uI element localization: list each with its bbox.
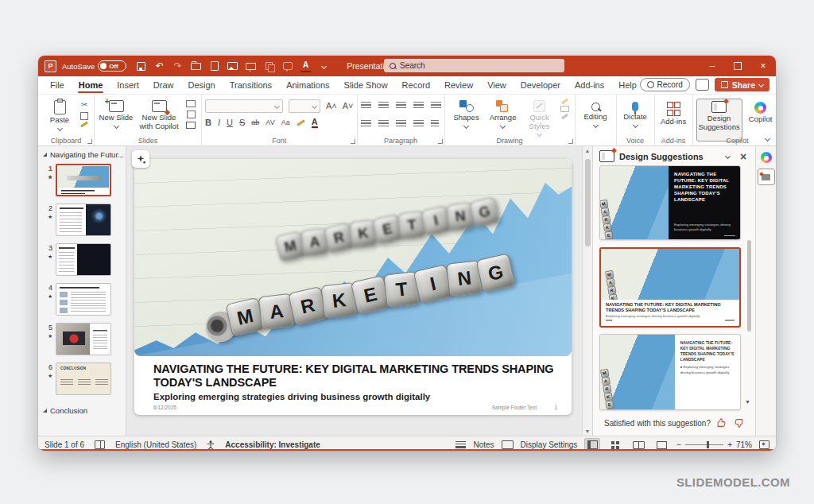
design-suggestion-3[interactable]: MARKETING NAVIGATING THE FUTURE: KEY DIG… (599, 334, 741, 410)
autosave-control[interactable]: AutoSave Off (62, 60, 126, 72)
close-button[interactable]: × (750, 56, 776, 76)
cut-icon[interactable]: ✂ (81, 100, 87, 109)
tab-insert[interactable]: Insert (110, 78, 146, 92)
font-name-select[interactable] (205, 99, 283, 113)
start-slideshow-icon[interactable] (246, 61, 256, 72)
language-status[interactable]: English (United States) (115, 440, 196, 449)
tab-animations[interactable]: Animations (279, 78, 336, 92)
zoom-in-icon[interactable]: + (727, 440, 732, 449)
slide-thumbnail-2[interactable] (56, 204, 111, 236)
font-size-select[interactable] (289, 99, 320, 113)
panel-scrollbar-thumb[interactable] (747, 240, 751, 331)
zoom-out-icon[interactable]: − (676, 440, 681, 449)
redo-icon[interactable]: ↷ (172, 61, 183, 72)
arrange-button[interactable]: Arrange (485, 99, 521, 128)
comments-button[interactable] (696, 79, 709, 91)
shrink-font-icon[interactable]: A˅ (343, 102, 354, 110)
clipboard-dialog-launcher[interactable] (87, 139, 92, 144)
insert-picture-icon[interactable] (227, 61, 238, 72)
editing-button[interactable]: Editing (579, 99, 613, 127)
scroll-down-icon[interactable]: ▼ (585, 428, 591, 434)
current-slide[interactable]: MARKETING MARKETING NAVIGATING THE FUTUR… (134, 159, 572, 415)
strike-ab-icon[interactable]: ab (251, 119, 259, 126)
comment-icon[interactable] (282, 61, 293, 72)
display-settings-icon[interactable] (502, 440, 514, 449)
bold-icon[interactable]: B (205, 118, 211, 127)
share-button[interactable]: Share (715, 78, 769, 91)
panel-collapse-icon[interactable] (722, 151, 733, 162)
increase-indent-icon[interactable] (413, 102, 424, 110)
copilot-button[interactable]: Copilot (742, 99, 776, 124)
spelling-icon[interactable] (95, 440, 105, 449)
slide-thumbnail-1[interactable] (56, 164, 111, 196)
search-input[interactable]: Search (384, 59, 564, 72)
autosave-toggle[interactable]: Off (98, 60, 126, 72)
shape-effects-icon[interactable] (560, 114, 568, 120)
tab-record[interactable]: Record (395, 78, 437, 92)
underline-icon[interactable]: U (227, 118, 233, 127)
zoom-slider-thumb[interactable] (707, 441, 709, 448)
shape-fill-icon[interactable] (560, 99, 568, 105)
addins-button[interactable]: Add-ins (658, 99, 689, 126)
slide-image[interactable]: MARKETING MARKETING (134, 159, 572, 356)
save-icon[interactable] (136, 61, 146, 72)
canvas-scrollbar[interactable]: ▲ ▼ (582, 146, 592, 436)
new-slide-copilot-button[interactable]: New Slide with Copilot (134, 99, 184, 130)
shape-outline-icon[interactable] (560, 106, 569, 112)
tab-transitions[interactable]: Transitions (223, 78, 279, 92)
section-header-bottom[interactable]: Conclusion (38, 402, 126, 417)
panel-close-icon[interactable]: × (738, 151, 749, 162)
notes-label[interactable]: Notes (473, 440, 494, 449)
qat-more-icon[interactable] (319, 61, 329, 72)
powerpoint-app-icon[interactable]: P (45, 60, 56, 72)
thumbs-up-icon[interactable] (716, 417, 727, 428)
scrollbar-thumb[interactable] (585, 159, 591, 246)
justify-icon[interactable] (413, 120, 424, 128)
notes-icon[interactable] (455, 441, 466, 448)
align-left-icon[interactable] (361, 120, 371, 128)
slide-thumbnail-5[interactable] (56, 323, 111, 355)
copilot-pane-icon[interactable] (761, 152, 772, 163)
record-button[interactable]: Record (640, 78, 690, 91)
font-color-button[interactable]: A (312, 118, 318, 128)
slide-title[interactable]: NAVIGATING THE FUTURE: KEY DIGITAL MARKE… (153, 362, 557, 390)
font-dialog-launcher[interactable] (351, 139, 355, 144)
slide-subtitle[interactable]: Exploring emerging strategies driving bu… (153, 392, 430, 401)
thumbs-down-icon[interactable] (733, 417, 744, 428)
align-center-icon[interactable] (378, 120, 389, 128)
copy-icon[interactable] (264, 61, 274, 72)
accessibility-status[interactable]: Accessibility: Investigate (225, 440, 320, 449)
bullets-icon[interactable] (361, 102, 371, 110)
shapes-button[interactable]: Shapes (448, 99, 485, 128)
design-suggestions-button[interactable]: Design Suggestions (696, 99, 742, 142)
zoom-slider[interactable] (685, 444, 723, 445)
slide-thumbnail-3[interactable] (56, 243, 111, 276)
scroll-up-icon[interactable]: ▲ (585, 148, 591, 153)
fit-slide-icon[interactable] (759, 440, 769, 449)
columns-icon[interactable] (431, 120, 439, 128)
tab-review[interactable]: Review (437, 78, 480, 92)
tab-view[interactable]: View (480, 78, 514, 92)
tab-add-ins[interactable]: Add-ins (568, 78, 611, 92)
designer-sparkle-button[interactable] (132, 150, 149, 168)
slide-thumbnail-4[interactable] (56, 283, 111, 316)
italic-icon[interactable]: I (218, 118, 220, 127)
tab-design[interactable]: Design (180, 78, 222, 92)
slide-thumbnail-6[interactable]: CONCLUSION (56, 362, 111, 395)
designer-pane-button[interactable] (758, 169, 775, 185)
tab-file[interactable]: File (43, 78, 72, 92)
character-spacing-icon[interactable]: AV (266, 119, 274, 126)
format-painter-icon[interactable] (80, 121, 88, 127)
quick-styles-button[interactable]: Quick Styles (521, 99, 558, 136)
font-color-icon[interactable]: A (300, 60, 311, 72)
tab-developer[interactable]: Developer (514, 78, 568, 92)
panel-scroll-down-icon[interactable]: ▼ (745, 399, 750, 405)
align-right-icon[interactable] (396, 120, 406, 128)
new-document-icon[interactable] (209, 61, 219, 72)
reset-slide-icon[interactable] (187, 110, 196, 118)
undo-icon[interactable]: ↶ (154, 61, 165, 72)
slide-layout-icon[interactable] (186, 100, 196, 107)
new-slide-button[interactable]: + New Slide (98, 99, 134, 128)
grow-font-icon[interactable]: A˄ (326, 102, 337, 110)
maximize-button[interactable] (725, 56, 750, 76)
